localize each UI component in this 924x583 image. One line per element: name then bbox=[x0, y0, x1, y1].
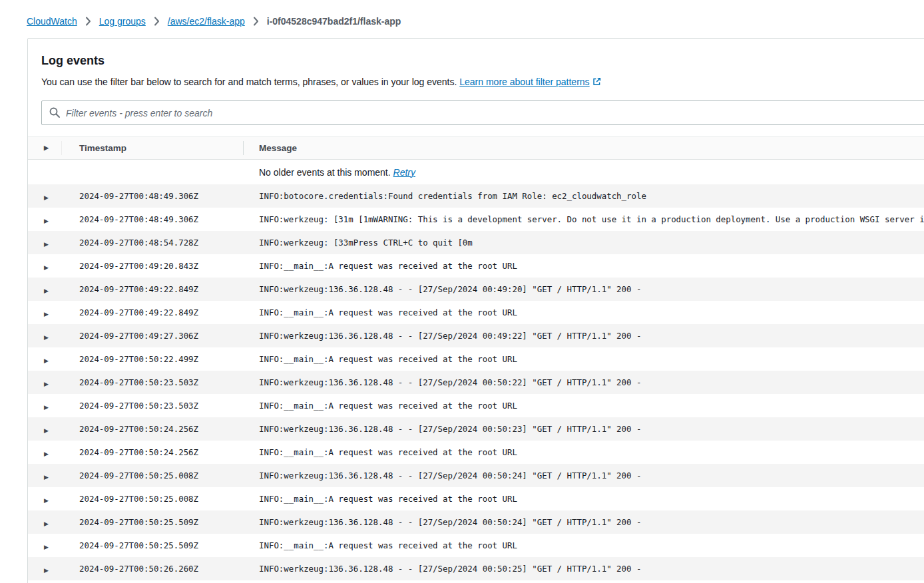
log-message: INFO:werkzeug:136.36.128.48 - - [27/Sep/… bbox=[244, 564, 924, 574]
log-message: INFO:botocore.credentials:Found credenti… bbox=[244, 191, 924, 201]
expand-arrow-icon[interactable]: ▶ bbox=[44, 335, 49, 341]
log-timestamp: 2024-09-27T00:49:27.306Z bbox=[62, 331, 244, 341]
log-timestamp: 2024-09-27T00:49:22.849Z bbox=[62, 284, 244, 294]
log-timestamp: 2024-09-27T00:50:25.008Z bbox=[62, 471, 244, 481]
expand-arrow-icon[interactable]: ▶ bbox=[44, 218, 49, 224]
column-header-message: Message bbox=[244, 143, 924, 153]
breadcrumb: CloudWatch Log groups /aws/ec2/flask-app… bbox=[0, 0, 924, 27]
panel-description-text: You can use the filter bar below to sear… bbox=[41, 77, 457, 87]
expand-arrow-icon[interactable]: ▶ bbox=[44, 475, 49, 481]
log-message: INFO:werkzeug:136.36.128.48 - - [27/Sep/… bbox=[244, 424, 924, 434]
table-row[interactable]: ▶ 2024-09-27T00:49:22.849Z INFO:werkzeug… bbox=[28, 278, 924, 301]
expand-arrow-icon[interactable]: ▶ bbox=[44, 358, 49, 364]
table-header-row: ▶ Timestamp Message bbox=[28, 136, 924, 160]
expand-arrow-icon[interactable]: ▶ bbox=[44, 242, 49, 248]
expand-arrow-icon[interactable]: ▶ bbox=[44, 428, 49, 434]
log-message: INFO:werkzeug:136.36.128.48 - - [27/Sep/… bbox=[244, 471, 924, 481]
log-message: INFO:werkzeug: [33mPress CTRL+C to quit … bbox=[244, 238, 924, 248]
log-timestamp: 2024-09-27T00:50:25.509Z bbox=[62, 517, 244, 527]
table-row[interactable]: ▶ 2024-09-27T00:49:27.306Z INFO:werkzeug… bbox=[28, 324, 924, 347]
table-row[interactable]: ▶ 2024-09-27T00:50:24.256Z INFO:werkzeug… bbox=[28, 417, 924, 441]
log-message: INFO:__main__:A request was received at … bbox=[244, 354, 924, 364]
expand-arrow-icon[interactable]: ▶ bbox=[44, 544, 49, 550]
table-row[interactable]: ▶ 2024-09-27T00:50:22.499Z INFO:__main__… bbox=[28, 347, 924, 371]
search-icon bbox=[49, 107, 60, 120]
log-message: INFO:werkzeug:136.36.128.48 - - [27/Sep/… bbox=[244, 331, 924, 341]
expand-arrow-icon[interactable]: ▶ bbox=[44, 311, 49, 317]
log-timestamp: 2024-09-27T00:50:25.008Z bbox=[62, 494, 244, 504]
expand-arrow-icon[interactable]: ▶ bbox=[44, 265, 49, 271]
log-timestamp: 2024-09-27T00:48:54.728Z bbox=[62, 238, 244, 248]
external-link-icon bbox=[592, 77, 601, 88]
learn-more-link[interactable]: Learn more about filter patterns bbox=[459, 77, 600, 87]
log-message: INFO:werkzeug:136.36.128.48 - - [27/Sep/… bbox=[244, 377, 924, 387]
table-row[interactable]: ▶ 2024-09-27T00:48:54.728Z INFO:werkzeug… bbox=[28, 231, 924, 254]
table-row[interactable]: ▶ 2024-09-27T00:49:22.849Z INFO:__main__… bbox=[28, 301, 924, 324]
log-events-panel: Log events You can use the filter bar be… bbox=[27, 38, 924, 583]
log-message: INFO:__main__:A request was received at … bbox=[244, 540, 924, 550]
table-row[interactable]: ▶ 2024-09-27T00:48:49.306Z INFO:botocore… bbox=[28, 184, 924, 208]
log-timestamp: 2024-09-27T00:48:49.306Z bbox=[62, 214, 244, 224]
table-row[interactable]: ▶ 2024-09-27T00:49:20.843Z INFO:__main__… bbox=[28, 254, 924, 278]
log-message: INFO:werkzeug: [31m [1mWARNING: This is … bbox=[244, 214, 924, 224]
log-message: INFO:__main__:A request was received at … bbox=[244, 307, 924, 317]
log-message: INFO:__main__:A request was received at … bbox=[244, 261, 924, 271]
table-row[interactable]: ▶ 2024-09-27T00:50:23.503Z INFO:__main__… bbox=[28, 394, 924, 417]
expand-arrow-icon[interactable]: ▶ bbox=[44, 405, 49, 411]
expand-arrow-icon[interactable]: ▶ bbox=[44, 381, 49, 387]
breadcrumb-chevron-icon bbox=[85, 17, 91, 26]
expand-all-arrow-icon[interactable]: ▶ bbox=[44, 145, 49, 151]
log-timestamp: 2024-09-27T00:50:23.503Z bbox=[62, 377, 244, 387]
log-timestamp: 2024-09-27T00:48:49.306Z bbox=[62, 191, 244, 201]
log-message: INFO:__main__:A request was received at … bbox=[244, 401, 924, 411]
log-message: INFO:werkzeug:136.36.128.48 - - [27/Sep/… bbox=[244, 517, 924, 527]
log-message: INFO:__main__:A request was received at … bbox=[244, 447, 924, 457]
log-timestamp: 2024-09-27T00:50:26.260Z bbox=[62, 564, 244, 574]
expand-arrow-icon[interactable]: ▶ bbox=[44, 288, 49, 294]
filter-events-input[interactable] bbox=[41, 100, 924, 125]
log-timestamp: 2024-09-27T00:50:24.256Z bbox=[62, 447, 244, 457]
log-timestamp: 2024-09-27T00:49:22.849Z bbox=[62, 307, 244, 317]
table-row[interactable]: ▶ 2024-09-27T00:50:25.509Z INFO:werkzeug… bbox=[28, 510, 924, 534]
retry-link[interactable]: Retry bbox=[393, 167, 415, 178]
table-row[interactable]: ▶ 2024-09-27T00:50:24.256Z INFO:__main__… bbox=[28, 441, 924, 464]
log-timestamp: 2024-09-27T00:50:22.499Z bbox=[62, 354, 244, 364]
panel-description: You can use the filter bar below to sear… bbox=[41, 77, 924, 88]
filter-bar bbox=[41, 100, 924, 125]
log-message: INFO:werkzeug:136.36.128.48 - - [27/Sep/… bbox=[244, 284, 924, 294]
table-row[interactable]: ▶ 2024-09-27T00:50:25.008Z INFO:werkzeug… bbox=[28, 464, 924, 487]
breadcrumb-link-cloudwatch[interactable]: CloudWatch bbox=[27, 16, 77, 27]
table-row[interactable]: ▶ 2024-09-27T00:50:25.509Z INFO:__main__… bbox=[28, 534, 924, 557]
column-header-timestamp: Timestamp bbox=[62, 137, 244, 159]
log-timestamp: 2024-09-27T00:49:20.843Z bbox=[62, 261, 244, 271]
log-message: INFO:__main__:A request was received at … bbox=[244, 494, 924, 504]
log-events-table: ▶ Timestamp Message No older events at t… bbox=[28, 136, 924, 580]
breadcrumb-current-stream: i-0f04528c947bad2f1/flask-app bbox=[267, 16, 401, 27]
expand-arrow-icon[interactable]: ▶ bbox=[44, 521, 49, 527]
expand-arrow-icon[interactable]: ▶ bbox=[44, 451, 49, 457]
no-older-events-text: No older events at this moment. bbox=[259, 167, 391, 178]
log-timestamp: 2024-09-27T00:50:24.256Z bbox=[62, 424, 244, 434]
no-older-events-row: No older events at this moment. Retry bbox=[28, 160, 924, 184]
expand-arrow-icon[interactable]: ▶ bbox=[44, 498, 49, 504]
expand-arrow-icon[interactable]: ▶ bbox=[44, 568, 49, 574]
breadcrumb-link-log-groups[interactable]: Log groups bbox=[99, 16, 146, 27]
table-row[interactable]: ▶ 2024-09-27T00:50:25.008Z INFO:__main__… bbox=[28, 487, 924, 510]
page-title: Log events bbox=[41, 54, 924, 68]
log-timestamp: 2024-09-27T00:50:25.509Z bbox=[62, 540, 244, 550]
log-rows: ▶ 2024-09-27T00:48:49.306Z INFO:botocore… bbox=[28, 184, 924, 580]
log-timestamp: 2024-09-27T00:50:23.503Z bbox=[62, 401, 244, 411]
breadcrumb-chevron-icon bbox=[154, 17, 160, 26]
breadcrumb-chevron-icon bbox=[253, 17, 259, 26]
table-row[interactable]: ▶ 2024-09-27T00:50:26.260Z INFO:werkzeug… bbox=[28, 557, 924, 580]
table-row[interactable]: ▶ 2024-09-27T00:50:23.503Z INFO:werkzeug… bbox=[28, 371, 924, 394]
table-row[interactable]: ▶ 2024-09-27T00:48:49.306Z INFO:werkzeug… bbox=[28, 208, 924, 231]
breadcrumb-link-log-group[interactable]: /aws/ec2/flask-app bbox=[168, 16, 245, 27]
expand-arrow-icon[interactable]: ▶ bbox=[44, 195, 49, 201]
